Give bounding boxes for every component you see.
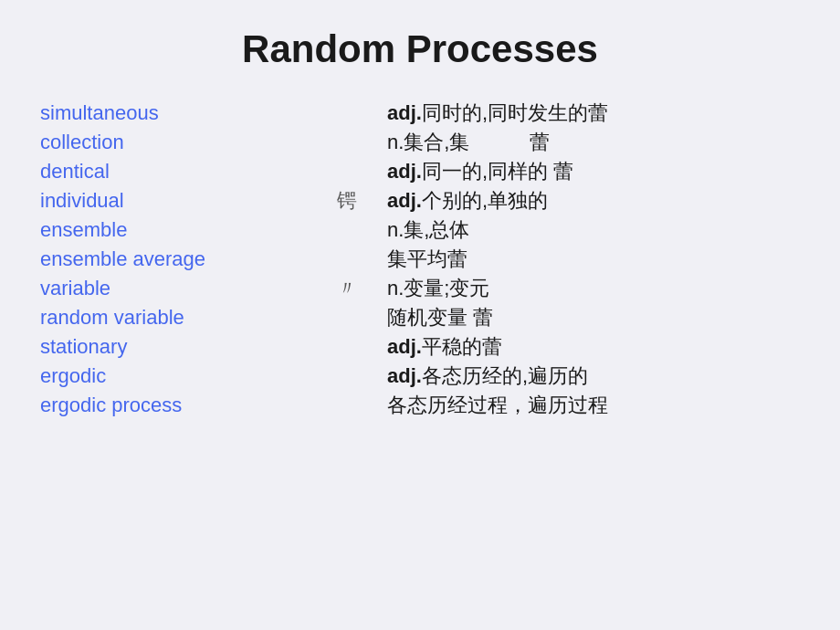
page-title: Random Processes <box>37 27 803 71</box>
vocab-term: ensemble average <box>37 245 310 274</box>
vocab-term: dentical <box>37 157 310 186</box>
vocab-table: simultaneousadj.同时的,同时发生的蕾collectionn.集合… <box>37 99 803 420</box>
vocab-row: individual锷adj.个别的,单独的 <box>37 186 803 215</box>
vocab-definition: n.集,总体 <box>383 215 803 245</box>
vocab-term: stationary <box>37 332 310 362</box>
vocab-term: ergodic process <box>37 391 310 420</box>
vocab-annotation <box>310 391 383 420</box>
vocab-row: variable〃n.变量;变元 <box>37 274 803 303</box>
vocab-term: simultaneous <box>37 99 310 128</box>
vocab-row: ensemblen.集,总体 <box>37 215 803 245</box>
vocab-definition: adj.个别的,单独的 <box>383 186 803 215</box>
vocab-term: random variable <box>37 303 310 332</box>
vocab-definition: 随机变量 蕾 <box>383 303 803 332</box>
vocab-row: collectionn.集合,集 蕾 <box>37 128 803 157</box>
vocab-row: ergodic process各态历经过程，遍历过程 <box>37 391 803 420</box>
vocab-annotation <box>310 99 383 128</box>
vocab-annotation <box>310 128 383 157</box>
vocab-term: variable <box>37 274 310 303</box>
vocab-annotation <box>310 215 383 245</box>
vocab-row: stationaryadj.平稳的蕾 <box>37 332 803 362</box>
vocab-term: ensemble <box>37 215 310 245</box>
vocab-annotation <box>310 332 383 362</box>
vocab-term: collection <box>37 128 310 157</box>
vocab-definition: n.变量;变元 <box>383 274 803 303</box>
vocab-row: ergodicadj.各态历经的,遍历的 <box>37 362 803 391</box>
vocab-definition: adj.同一的,同样的 蕾 <box>383 157 803 186</box>
vocab-definition: n.集合,集 蕾 <box>383 128 803 157</box>
vocab-definition: adj.各态历经的,遍历的 <box>383 362 803 391</box>
vocab-row: denticaladj.同一的,同样的 蕾 <box>37 157 803 186</box>
vocab-row: ensemble average集平均蕾 <box>37 245 803 274</box>
vocab-definition: 各态历经过程，遍历过程 <box>383 391 803 420</box>
vocab-term: individual <box>37 186 310 215</box>
vocab-term: ergodic <box>37 362 310 391</box>
vocab-annotation: 〃 <box>310 274 383 303</box>
vocab-annotation <box>310 362 383 391</box>
vocab-definition: adj.同时的,同时发生的蕾 <box>383 99 803 128</box>
vocab-annotation: 锷 <box>310 186 383 215</box>
vocab-definition: adj.平稳的蕾 <box>383 332 803 362</box>
page: Random Processes simultaneousadj.同时的,同时发… <box>0 0 840 630</box>
vocab-definition: 集平均蕾 <box>383 245 803 274</box>
vocab-row: random variable随机变量 蕾 <box>37 303 803 332</box>
vocab-row: simultaneousadj.同时的,同时发生的蕾 <box>37 99 803 128</box>
vocab-annotation <box>310 303 383 332</box>
vocab-annotation <box>310 157 383 186</box>
vocab-annotation <box>310 245 383 274</box>
